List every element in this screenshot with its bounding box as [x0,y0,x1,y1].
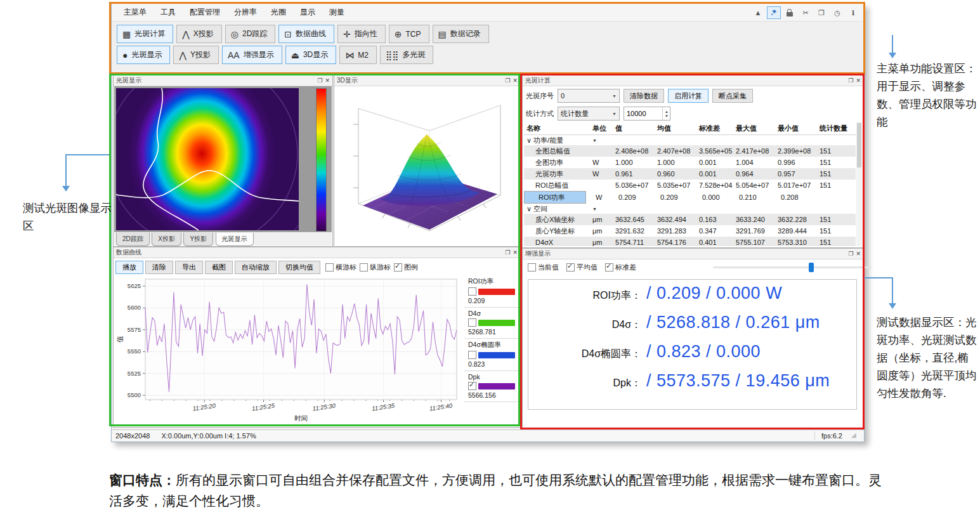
v-cursor-checkbox[interactable]: 纵游标 [360,263,391,272]
spin-up-icon[interactable]: ▲ [665,110,669,114]
2d-tracking-button[interactable]: ◎2D跟踪 [225,25,276,43]
column-header[interactable]: 统计数量 [817,124,856,133]
table-row[interactable]: 质心X轴坐标μm 3632.6453632.494 0.1633633.240 … [524,214,856,225]
menu-tools[interactable]: 工具 [154,4,183,21]
beam-2d-image[interactable] [116,88,299,230]
menu-display[interactable]: 显示 [293,4,322,21]
column-header[interactable]: 最大值 [733,124,775,133]
column-header[interactable]: 标准差 [696,124,733,133]
play-button[interactable]: 播放 [115,261,143,274]
curve-panel-header[interactable]: 数据曲线 ❐✕ [114,247,520,258]
table-row[interactable]: ∨ 空间▼ [524,204,856,214]
tab-beam-display[interactable]: 光斑显示 [216,233,254,246]
clear-data-button[interactable]: 清除数据 [624,89,664,103]
m2-button[interactable]: ⋈M2 [339,46,377,64]
table-row[interactable]: 全图总幅值 2.408e+082.407e+08 3.565e+052.417e… [524,145,856,157]
legend-item[interactable]: ROI功率 0.209 [464,275,519,308]
legend-checkbox-icon[interactable] [468,318,476,327]
table-row[interactable]: D4σXμm 5754.7115754.176 0.4015755.107 57… [524,237,856,246]
enable-calc-button[interactable]: 启用计算 [668,89,709,103]
h-cursor-checkbox[interactable]: 横游标 [325,263,356,272]
table-row[interactable]: ROI总幅值 5.036e+075.035e+07 7.528e+045.054… [524,180,856,191]
clock-icon[interactable]: ◷ [830,6,844,19]
3d-panel-header[interactable]: 3D显示 ❐✕ [334,75,520,86]
autoscale-button[interactable]: 自动缩放 [235,261,277,274]
enhanced-panel-header[interactable]: 增强显示 ❐✕ [523,249,863,259]
clear-button[interactable]: 清除 [145,261,173,274]
legend-item[interactable]: Dpk 5566.156 [464,371,519,402]
stddev-checkbox[interactable]: 标准差 [605,263,636,272]
menu-config[interactable]: 配置管理 [183,4,227,21]
tcp-button[interactable]: ⊕TCP [389,25,429,43]
column-header[interactable]: 名称 [524,124,590,133]
beam-display-button[interactable]: ●光斑显示 [117,46,170,64]
export-button[interactable]: 导出 [175,261,203,274]
3d-surface-plot[interactable] [334,86,519,245]
pointing-button[interactable]: ✛指向性 [337,25,386,43]
mean-value-checkbox[interactable]: 平均值 [566,263,598,272]
close-panel-icon[interactable]: ✕ [325,77,330,84]
document-icon[interactable]: ❐ [814,6,828,19]
legend-item[interactable]: D4σ 5268.781 [464,308,519,339]
table-row[interactable]: 质心Y轴坐标μm 3291.6323291.283 0.3473291.769 … [524,225,856,237]
data-curve-button[interactable]: ⊡数据曲线 [278,25,334,43]
column-header[interactable]: 最小值 [775,124,817,133]
menu-resolution[interactable]: 分辨率 [227,4,264,21]
y-projection-button[interactable]: ⋀Y投影 [173,46,219,64]
stat-mode-select[interactable]: 统计数量▼ [558,107,620,121]
info-icon[interactable]: ℹ [846,6,860,19]
float-panel-icon[interactable]: ❐ [317,77,322,84]
column-header[interactable]: 均值 [655,124,696,133]
menu-aperture[interactable]: 光圈 [264,4,293,21]
resize-grip[interactable]: ◢ [851,431,860,440]
breakpoint-capture-button[interactable]: 断点采集 [712,89,753,103]
collapse-arrow-icon[interactable]: ▲ [751,6,765,19]
column-header[interactable]: 值 [613,124,655,133]
spin-down-icon[interactable]: ▼ [665,114,669,118]
legend-checkbox-icon[interactable] [468,351,476,359]
multi-spot-button[interactable]: ⣿⣿多光斑 [380,46,434,64]
table-scrollbar[interactable] [856,122,862,246]
stat-count-spinner[interactable]: ▲▼ [624,107,670,121]
tab-x-projection[interactable]: X投影 [152,233,181,246]
menu-measure[interactable]: 测量 [322,4,351,21]
tab-y-projection[interactable]: Y投影 [183,233,213,246]
table-row[interactable]: ∨ 功率/能量▼ [524,135,856,145]
legend-checkbox-icon[interactable] [468,287,476,296]
calc-panel-header[interactable]: 光斑计算 ❐✕ [523,75,863,86]
tab-2d-tracking[interactable]: 2D跟踪 [116,233,150,246]
table-row[interactable]: 全图功率W 1.0001.000 0.0011.004 0.996151 [524,157,856,168]
legend-checkbox-icon[interactable] [468,382,476,390]
float-panel-icon[interactable]: ❐ [505,249,510,256]
beam-seq-select[interactable]: 0▼ [558,89,620,103]
menu-main[interactable]: 主菜单 [117,4,154,21]
float-panel-icon[interactable]: ❐ [505,77,510,84]
close-panel-icon[interactable]: ✕ [856,77,861,84]
close-panel-icon[interactable]: ✕ [513,249,518,256]
time-series-chart[interactable]: 55005525555055755600562511:25:2011:25:25… [116,275,461,422]
beam-panel-header[interactable]: 光斑显示 ❐✕ [114,75,332,86]
data-record-button[interactable]: ▤数据记录 [433,25,489,43]
beam-calc-button[interactable]: ▦光斑计算 [117,25,173,43]
lock-icon[interactable] [783,6,797,19]
float-panel-icon[interactable]: ❐ [848,251,853,257]
enhanced-display-button[interactable]: AA增强显示 [222,46,282,64]
float-panel-icon[interactable]: ❐ [848,77,853,84]
close-panel-icon[interactable]: ✕ [513,77,518,84]
stat-count-input[interactable] [624,107,662,120]
column-header[interactable]: 单位 [590,124,613,133]
x-projection-button[interactable]: ⋀X投影 [176,25,222,43]
enhance-slider-handle[interactable] [809,263,814,272]
close-panel-icon[interactable]: ✕ [856,251,861,257]
scissors-icon[interactable]: ✂ [799,6,813,19]
toggle-mean-button[interactable]: 切换均值 [278,261,320,274]
table-row[interactable]: 光斑功率W 0.9610.960 0.0010.964 0.957151 [524,168,856,180]
legend-item[interactable]: D4σ椭圆率 0.823 [464,339,519,371]
3d-display-button[interactable]: ⏏3D显示 [285,46,337,64]
pin-icon[interactable] [767,6,781,19]
current-value-checkbox[interactable]: 当前值 [528,263,559,272]
snapshot-button[interactable]: 截图 [205,261,233,274]
table-row[interactable]: ROI功率W 0.2090.209 0.0000.210 0.208151 [524,191,586,204]
legend-checkbox[interactable]: 图例 [394,263,418,272]
enhance-slider[interactable] [713,266,872,268]
